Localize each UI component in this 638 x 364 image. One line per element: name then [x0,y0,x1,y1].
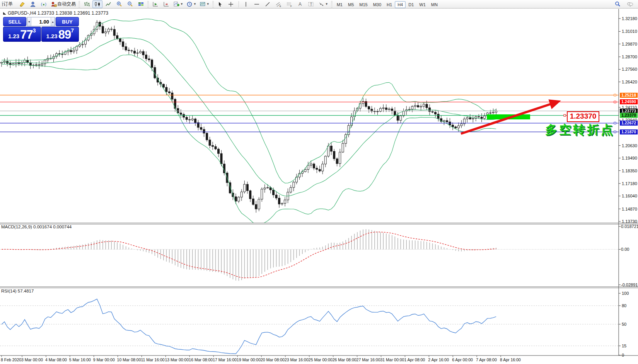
sell-price-prefix: 1.23 [8,32,19,40]
hline-handle[interactable] [614,94,616,96]
rsi-layer [0,299,619,354]
time-axis-label: 1 Apr 08:00 [404,357,425,362]
price-tick-label: 1.31010 [622,29,637,34]
price-annotation-box[interactable]: 1.23370 [567,111,599,122]
time-axis-label: 17 Mar 16:00 [213,357,237,362]
time-axis-label: 7 Apr 08:00 [476,357,497,362]
rsi-label: RSI(14) 57.4817 [1,289,34,293]
time-axis-label: 13 Mar 00:00 [165,357,189,362]
rsi-axis-label: 100 [622,291,629,296]
time-axis-label: 16 Mar 08:00 [189,357,213,362]
buy-price-pip: 7 [71,27,74,34]
time-axis-label: 31 Mar 00:00 [380,357,404,362]
time-axis-label: 11 Mar 16:00 [141,357,165,362]
rsi-axis-label: 0 [622,353,624,357]
macd-label: MACD(12,26,9) 0.001674 0.000744 [1,225,72,229]
sell-price-display[interactable]: 1.23 77 3 [3,27,41,42]
buy-price-display[interactable]: 1.23 89 7 [41,27,79,42]
time-axis-label: 10 Mar 08:00 [117,357,141,362]
rsi-axis-label: 15 [622,344,626,348]
time-axis-label: 20 Mar 08:00 [261,357,285,362]
chart-canvas[interactable] [0,0,638,364]
volume-increase-button[interactable]: ▲ [51,17,55,26]
time-axis-label: 25 Mar 00:00 [309,357,333,362]
time-axis-label: 5 Mar 16:00 [69,357,91,362]
hline-handle[interactable] [614,101,616,103]
price-badge: 1.23370 [620,113,638,118]
price-tick-label: 1.14870 [622,207,637,211]
price-tick-label: 1.32180 [622,16,637,21]
mt4-window: 新订单 自动交易 [0,0,638,364]
time-axis-label: 3 Mar 00:00 [21,357,43,362]
price-tick-label: 1.18350 [622,168,637,173]
main-chart-layer [1,19,497,226]
time-axis-label: 4 Mar 08:00 [45,357,67,362]
macd-layer [0,229,619,281]
chart-title: GBPUSD-,H4 1.23733 1.23838 1.23691 1.237… [3,10,108,16]
price-tick-label: 1.26420 [622,80,637,84]
rsi-axis-label: 50 [622,322,626,327]
macd-axis-label: -0.028913 [621,282,638,287]
rsi-axis-label: 80 [622,303,626,308]
buy-price-main: 89 [58,29,71,40]
time-axis-label: 23 Mar 16:00 [285,357,309,362]
macd-axis-label: 0.018721 [621,224,638,229]
time-axis-label: 9 Mar 00:00 [93,357,115,362]
price-box-handle[interactable] [564,114,566,116]
time-axis-label: 8 Feb 2020 [1,357,21,362]
time-axis-label: 27 Mar 16:00 [357,357,380,362]
price-tick-label: 1.29870 [622,42,637,46]
time-axis-label: 2 Apr 16:00 [428,357,449,362]
trend-arrow[interactable] [461,104,552,134]
time-axis-label: 26 Mar 08:00 [333,357,357,362]
price-tick-label: 1.13730 [622,219,637,224]
sell-button[interactable]: SELL [3,17,26,26]
volume-input[interactable] [31,17,51,26]
price-tick-label: 1.27560 [622,67,637,71]
price-tick-label: 1.19490 [622,156,637,160]
time-axis-label: 19 Mar 00:00 [237,357,261,362]
sell-price-pip: 3 [33,27,36,34]
buy-button[interactable]: BUY [56,17,79,26]
turning-point-note: 多空转折点 [545,122,615,138]
price-tick-label: 1.17180 [622,181,637,186]
price-tick-label: 1.28700 [622,54,637,59]
price-badge: 1.21870 [620,129,638,134]
price-badge: 1.24590 [620,99,638,104]
volume-decrease-button[interactable]: ▼ [27,17,31,26]
sell-price-main: 77 [20,29,32,40]
volume-control: ▼ ▲ [27,17,55,26]
time-axis-label: 8 Apr 16:00 [500,357,521,362]
price-tick-label: 1.16040 [622,194,637,198]
symbol-triangle-icon [3,12,6,15]
one-click-trading-panel: SELL ▼ ▲ BUY 1.23 77 3 1.23 89 7 [3,17,79,42]
time-axis-label: 6 Apr 00:00 [452,357,473,362]
macd-axis-label: 0.00 [621,247,629,252]
price-badge: 1.25218 [620,93,638,98]
price-badge: 1.22672 [620,121,638,126]
price-tick-label: 1.20630 [622,143,637,148]
buy-price-prefix: 1.23 [46,32,58,40]
